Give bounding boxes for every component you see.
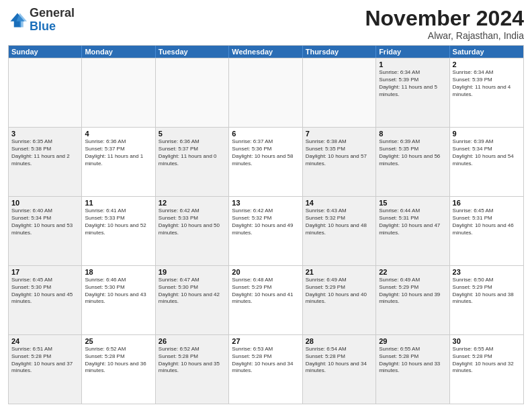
day-number: 4 <box>85 130 152 138</box>
calendar-cell: 5Sunrise: 6:36 AM Sunset: 5:37 PM Daylig… <box>156 128 229 196</box>
day-info: Sunrise: 6:37 AM Sunset: 5:36 PM Dayligh… <box>232 138 299 167</box>
logo-text: General Blue <box>30 7 75 34</box>
day-info: Sunrise: 6:40 AM Sunset: 5:34 PM Dayligh… <box>11 208 79 236</box>
weekday-header: Tuesday <box>156 46 229 58</box>
weekday-header: Saturday <box>450 46 523 58</box>
day-number: 1 <box>379 60 446 68</box>
day-info: Sunrise: 6:44 AM Sunset: 5:31 PM Dayligh… <box>379 208 446 236</box>
page: General Blue November 2024 Alwar, Rajast… <box>0 0 532 411</box>
calendar-cell: 11Sunrise: 6:41 AM Sunset: 5:33 PM Dayli… <box>82 197 155 265</box>
calendar-cell: 6Sunrise: 6:37 AM Sunset: 5:36 PM Daylig… <box>229 128 302 196</box>
day-number: 9 <box>453 130 521 138</box>
day-info: Sunrise: 6:41 AM Sunset: 5:33 PM Dayligh… <box>85 208 152 236</box>
day-number: 2 <box>453 60 521 68</box>
day-info: Sunrise: 6:52 AM Sunset: 5:28 PM Dayligh… <box>85 346 152 375</box>
day-number: 11 <box>85 199 152 207</box>
day-info: Sunrise: 6:43 AM Sunset: 5:32 PM Dayligh… <box>306 208 373 236</box>
day-info: Sunrise: 6:53 AM Sunset: 5:28 PM Dayligh… <box>232 346 299 375</box>
day-info: Sunrise: 6:36 AM Sunset: 5:37 PM Dayligh… <box>159 138 226 167</box>
day-info: Sunrise: 6:55 AM Sunset: 5:28 PM Dayligh… <box>379 346 446 375</box>
day-number: 12 <box>159 199 226 207</box>
day-number: 21 <box>306 268 373 276</box>
day-info: Sunrise: 6:55 AM Sunset: 5:28 PM Dayligh… <box>453 346 521 375</box>
location-title: Alwar, Rajasthan, India <box>365 30 524 41</box>
calendar-cell: 4Sunrise: 6:36 AM Sunset: 5:37 PM Daylig… <box>82 128 155 196</box>
day-info: Sunrise: 6:45 AM Sunset: 5:30 PM Dayligh… <box>11 277 79 306</box>
calendar-cell: 17Sunrise: 6:45 AM Sunset: 5:30 PM Dayli… <box>9 266 82 334</box>
calendar-cell: 3Sunrise: 6:35 AM Sunset: 5:38 PM Daylig… <box>9 128 82 196</box>
day-info: Sunrise: 6:36 AM Sunset: 5:37 PM Dayligh… <box>85 138 152 167</box>
weekday-header: Thursday <box>303 46 376 58</box>
day-number: 14 <box>306 199 373 207</box>
day-number: 10 <box>11 199 79 207</box>
calendar-cell: 16Sunrise: 6:45 AM Sunset: 5:31 PM Dayli… <box>450 197 523 265</box>
calendar-cell: 12Sunrise: 6:42 AM Sunset: 5:33 PM Dayli… <box>156 197 229 265</box>
day-info: Sunrise: 6:51 AM Sunset: 5:28 PM Dayligh… <box>11 346 79 375</box>
calendar-cell: 21Sunrise: 6:49 AM Sunset: 5:29 PM Dayli… <box>303 266 376 334</box>
calendar-cell: 28Sunrise: 6:54 AM Sunset: 5:28 PM Dayli… <box>303 335 376 404</box>
day-number: 5 <box>159 130 226 138</box>
calendar-week-row: 3Sunrise: 6:35 AM Sunset: 5:38 PM Daylig… <box>9 127 523 196</box>
day-number: 15 <box>379 199 446 207</box>
calendar-cell: 14Sunrise: 6:43 AM Sunset: 5:32 PM Dayli… <box>303 197 376 265</box>
month-title: November 2024 <box>365 7 524 30</box>
day-number: 23 <box>453 268 521 276</box>
calendar-cell: 20Sunrise: 6:48 AM Sunset: 5:29 PM Dayli… <box>229 266 302 334</box>
calendar-cell: 27Sunrise: 6:53 AM Sunset: 5:28 PM Dayli… <box>229 335 302 404</box>
day-number: 6 <box>232 130 299 138</box>
calendar-cell <box>229 58 302 127</box>
weekday-header: Wednesday <box>229 46 302 58</box>
calendar-cell: 1Sunrise: 6:34 AM Sunset: 5:39 PM Daylig… <box>376 58 449 127</box>
calendar-cell: 10Sunrise: 6:40 AM Sunset: 5:34 PM Dayli… <box>9 197 82 265</box>
calendar-cell: 30Sunrise: 6:55 AM Sunset: 5:28 PM Dayli… <box>450 335 523 404</box>
day-info: Sunrise: 6:49 AM Sunset: 5:29 PM Dayligh… <box>306 277 373 306</box>
day-number: 30 <box>453 337 521 345</box>
day-info: Sunrise: 6:34 AM Sunset: 5:39 PM Dayligh… <box>379 69 446 98</box>
day-number: 28 <box>306 337 373 345</box>
calendar-week-row: 17Sunrise: 6:45 AM Sunset: 5:30 PM Dayli… <box>9 265 523 334</box>
calendar-cell: 2Sunrise: 6:34 AM Sunset: 5:39 PM Daylig… <box>450 58 523 127</box>
logo-blue: Blue <box>30 20 75 34</box>
calendar-cell <box>303 58 376 127</box>
calendar-cell: 26Sunrise: 6:52 AM Sunset: 5:28 PM Dayli… <box>156 335 229 404</box>
header: General Blue November 2024 Alwar, Rajast… <box>8 7 524 41</box>
weekday-header: Friday <box>376 46 449 58</box>
day-info: Sunrise: 6:39 AM Sunset: 5:34 PM Dayligh… <box>453 138 521 167</box>
calendar-header: SundayMondayTuesdayWednesdayThursdayFrid… <box>9 46 523 58</box>
day-info: Sunrise: 6:48 AM Sunset: 5:29 PM Dayligh… <box>232 277 299 306</box>
day-number: 27 <box>232 337 299 345</box>
day-info: Sunrise: 6:35 AM Sunset: 5:38 PM Dayligh… <box>11 138 79 167</box>
day-number: 16 <box>453 199 521 207</box>
weekday-header: Monday <box>82 46 155 58</box>
day-info: Sunrise: 6:50 AM Sunset: 5:29 PM Dayligh… <box>453 277 521 306</box>
day-number: 8 <box>379 130 446 138</box>
day-info: Sunrise: 6:39 AM Sunset: 5:35 PM Dayligh… <box>379 138 446 167</box>
day-number: 17 <box>11 268 79 276</box>
calendar-cell: 15Sunrise: 6:44 AM Sunset: 5:31 PM Dayli… <box>376 197 449 265</box>
day-number: 13 <box>232 199 299 207</box>
day-number: 29 <box>379 337 446 345</box>
calendar-cell: 13Sunrise: 6:42 AM Sunset: 5:32 PM Dayli… <box>229 197 302 265</box>
calendar-week-row: 24Sunrise: 6:51 AM Sunset: 5:28 PM Dayli… <box>9 334 523 404</box>
day-info: Sunrise: 6:46 AM Sunset: 5:30 PM Dayligh… <box>85 277 152 306</box>
day-info: Sunrise: 6:42 AM Sunset: 5:33 PM Dayligh… <box>159 208 226 236</box>
day-number: 24 <box>11 337 79 345</box>
day-number: 18 <box>85 268 152 276</box>
calendar-cell: 7Sunrise: 6:38 AM Sunset: 5:35 PM Daylig… <box>303 128 376 196</box>
calendar-cell: 23Sunrise: 6:50 AM Sunset: 5:29 PM Dayli… <box>450 266 523 334</box>
day-info: Sunrise: 6:42 AM Sunset: 5:32 PM Dayligh… <box>232 208 299 236</box>
title-block: November 2024 Alwar, Rajasthan, India <box>365 7 524 41</box>
calendar-cell <box>9 58 82 127</box>
calendar-cell: 8Sunrise: 6:39 AM Sunset: 5:35 PM Daylig… <box>376 128 449 196</box>
weekday-header: Sunday <box>9 46 82 58</box>
calendar-cell <box>82 58 155 127</box>
calendar-body: 1Sunrise: 6:34 AM Sunset: 5:39 PM Daylig… <box>9 58 523 404</box>
day-number: 19 <box>159 268 226 276</box>
calendar-cell: 9Sunrise: 6:39 AM Sunset: 5:34 PM Daylig… <box>450 128 523 196</box>
day-info: Sunrise: 6:49 AM Sunset: 5:29 PM Dayligh… <box>379 277 446 306</box>
calendar-week-row: 1Sunrise: 6:34 AM Sunset: 5:39 PM Daylig… <box>9 58 523 127</box>
day-number: 26 <box>159 337 226 345</box>
logo: General Blue <box>8 7 75 34</box>
calendar-cell <box>156 58 229 127</box>
calendar-cell: 29Sunrise: 6:55 AM Sunset: 5:28 PM Dayli… <box>376 335 449 404</box>
